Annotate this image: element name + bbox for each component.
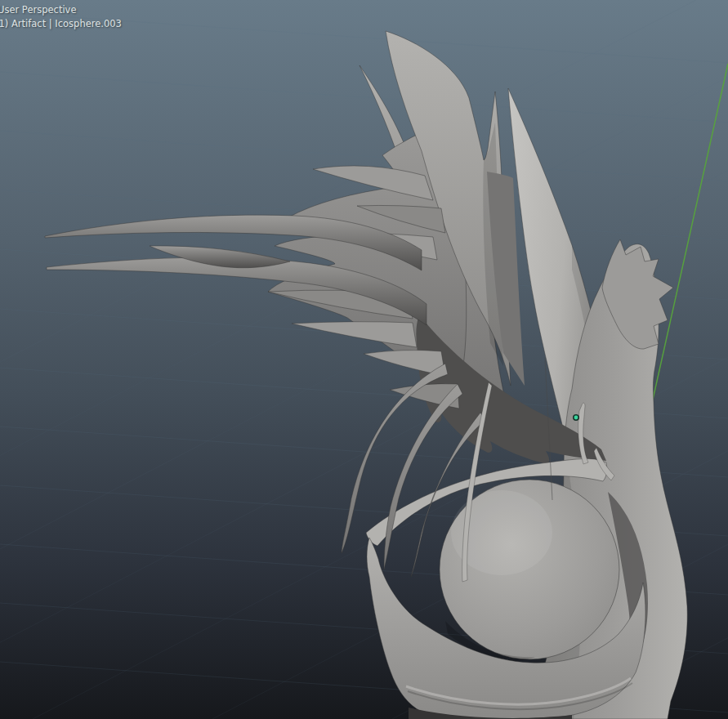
viewport-canvas[interactable] bbox=[0, 0, 728, 719]
blender-3d-viewport[interactable]: User Perspective (1) Artifact | Icospher… bbox=[0, 0, 728, 719]
object-origin-dot[interactable] bbox=[574, 415, 578, 420]
